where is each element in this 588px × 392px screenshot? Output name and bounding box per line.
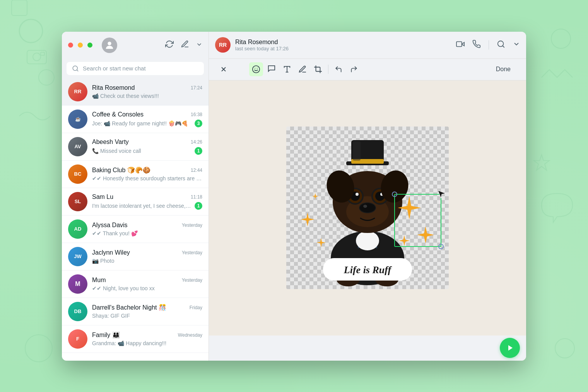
sticker-tool-button[interactable] <box>265 62 279 76</box>
chat-time: 12:44 <box>191 168 202 173</box>
chat-item-baking-club[interactable]: BC Baking Club 🍞🥐🍪 12:44 ✔✔ Honestly the… <box>62 161 209 188</box>
dropdown-icon[interactable] <box>196 41 202 50</box>
unread-badge: 1 <box>195 147 202 155</box>
svg-rect-6 <box>27 50 46 64</box>
send-button[interactable] <box>500 338 520 358</box>
window-close-button[interactable] <box>68 43 73 48</box>
unread-badge: 1 <box>195 202 202 210</box>
chat-item-rita-rosemond[interactable]: RR Rita Rosemond 17:24 📹 Check out these… <box>62 78 209 106</box>
svg-rect-8 <box>41 52 44 55</box>
chat-info: Family 👨‍👩‍👧 Wednesday Grandma: 📹 Happy … <box>92 331 202 346</box>
text-tool-button[interactable] <box>280 62 294 76</box>
done-button[interactable]: Done <box>488 63 518 75</box>
search-messages-icon[interactable] <box>497 40 505 50</box>
chat-item-alyssa-davis[interactable]: AD Alyssa Davis Yesterday ✔✔ Thank you! … <box>62 216 209 243</box>
chat-preview: ✔✔ Honestly these sourdough starters are… <box>92 175 202 181</box>
sticker-canvas[interactable]: Life is Ruff <box>286 127 449 289</box>
chat-time: 14:26 <box>191 139 202 145</box>
emoji-tool-button[interactable] <box>249 62 263 76</box>
contact-status: last seen today at 17:26 <box>235 46 451 51</box>
editor-close-button[interactable] <box>217 62 231 76</box>
chat-content: Life is Ruff <box>209 80 526 336</box>
svg-point-39 <box>356 193 359 196</box>
chat-info: Baking Club 🍞🥐🍪 12:44 ✔✔ Honestly these … <box>92 166 202 181</box>
svg-point-27 <box>356 231 379 250</box>
search-bar <box>62 59 209 78</box>
chat-header: RR Rita Rosemond last seen today at 17:2… <box>209 32 526 59</box>
svg-marker-56 <box>508 345 513 351</box>
contact-info[interactable]: Rita Rosemond last seen today at 17:26 <box>235 39 451 51</box>
chat-time: 16:38 <box>191 112 202 117</box>
crop-tool-button[interactable] <box>311 62 325 76</box>
chat-info: Coffee & Consoles 16:38 Joe: 📹 Ready for… <box>92 111 202 127</box>
user-avatar[interactable] <box>102 38 117 53</box>
svg-point-31 <box>360 203 375 212</box>
chat-name: Alyssa Davis <box>92 222 128 229</box>
chat-time: Yesterday <box>182 277 202 283</box>
svg-point-5 <box>555 339 574 358</box>
avatar: SL <box>68 192 87 211</box>
compose-icon[interactable] <box>181 40 189 50</box>
chat-item-jaclynn-wiley[interactable]: JW Jaclynn Wiley Yesterday 📷 Photo <box>62 243 209 270</box>
chat-preview: 📹 Check out these views!!! <box>92 93 202 99</box>
chat-preview: 📷 Photo <box>92 258 202 264</box>
chat-item-darrells-bachelor-night[interactable]: DB Darrell's Bachelor Night 🎊 Friday Sha… <box>62 298 209 325</box>
chat-preview: Joe: 📹 Ready for game night!! 🍿🎮🍕 <box>92 120 191 127</box>
search-icon <box>72 65 79 72</box>
chat-name: Darrell's Bachelor Night 🎊 <box>92 304 166 311</box>
chat-item-abeesh-varty[interactable]: AV Abeesh Varty 14:26 📞 Missed voice cal… <box>62 133 209 161</box>
chat-time: Yesterday <box>182 250 202 255</box>
chat-info: Rita Rosemond 17:24 📹 Check out these vi… <box>92 84 202 99</box>
avatar: ☕ <box>68 110 87 129</box>
sidebar: RR Rita Rosemond 17:24 📹 Check out these… <box>62 32 209 361</box>
chat-preview: ✔✔ Night, love you too xx <box>92 285 202 291</box>
editor-toolbar-right: Done <box>488 63 518 75</box>
chat-item-family[interactable]: F Family 👨‍👩‍👧 Wednesday Grandma: 📹 Happ… <box>62 325 209 353</box>
avatar: F <box>68 329 87 349</box>
chat-list: RR Rita Rosemond 17:24 📹 Check out these… <box>62 78 209 361</box>
svg-rect-2 <box>12 0 27 15</box>
chat-menu-icon[interactable] <box>513 41 520 50</box>
chat-info: Mum Yesterday ✔✔ Night, love you too xx <box>92 277 202 291</box>
chat-preview: Grandma: 📹 Happy dancing!!! <box>92 340 202 346</box>
voice-call-icon[interactable] <box>472 40 481 50</box>
video-call-icon[interactable] <box>456 40 465 50</box>
contact-avatar[interactable]: RR <box>215 37 231 53</box>
chat-preview: 📞 Missed voice call <box>92 148 191 154</box>
redo-button[interactable] <box>347 62 361 76</box>
svg-point-32 <box>363 205 367 208</box>
chat-info: Jaclynn Wiley Yesterday 📷 Photo <box>92 249 202 264</box>
chat-info: Alyssa Davis Yesterday ✔✔ Thank you! 💕 <box>92 222 202 236</box>
chat-info: Abeesh Varty 14:26 📞 Missed voice call 1 <box>92 139 202 155</box>
editor-toolbar: Done <box>209 59 526 80</box>
chat-info: Sam Lu 11:18 I'm lactose intolerant yet,… <box>92 193 202 210</box>
chat-name: Coffee & Consoles <box>92 111 144 118</box>
sidebar-header <box>62 32 209 59</box>
chat-item-sam-lu[interactable]: SL Sam Lu 11:18 I'm lactose intolerant y… <box>62 188 209 216</box>
svg-rect-13 <box>456 41 462 46</box>
chat-time: 17:24 <box>191 85 202 91</box>
avatar: RR <box>68 82 87 101</box>
draw-tool-button[interactable] <box>296 62 309 76</box>
chat-preview: Shaya: GIF GIF <box>92 313 202 319</box>
chat-name: Abeesh Varty <box>92 139 129 146</box>
header-divider <box>489 40 489 50</box>
undo-button[interactable] <box>332 62 345 76</box>
avatar: DB <box>68 302 87 321</box>
chat-preview: I'm lactose intolerant yet, I see cheese… <box>92 203 191 209</box>
svg-point-7 <box>33 53 41 61</box>
chat-time: 11:18 <box>191 194 202 200</box>
search-input[interactable] <box>83 65 198 72</box>
chat-time: Friday <box>190 305 202 310</box>
window-minimize-button[interactable] <box>78 43 83 48</box>
refresh-icon[interactable] <box>165 40 174 50</box>
avatar: JW <box>68 247 87 266</box>
chat-name: Family 👨‍👩‍👧 <box>92 331 120 339</box>
chat-name: Rita Rosemond <box>92 84 135 91</box>
avatar: AD <box>68 219 87 239</box>
svg-point-1 <box>39 70 54 85</box>
chat-item-mum[interactable]: M Mum Yesterday ✔✔ Night, love you too x… <box>62 270 209 298</box>
window-maximize-button[interactable] <box>87 43 92 48</box>
search-input-wrapper[interactable] <box>67 62 204 75</box>
chat-item-coffee-consoles[interactable]: ☕ Coffee & Consoles 16:38 Joe: 📹 Ready f… <box>62 106 209 133</box>
